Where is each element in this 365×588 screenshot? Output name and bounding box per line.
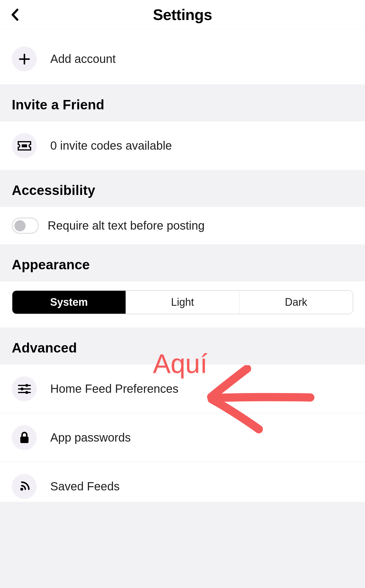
svg-point-6 <box>25 391 28 394</box>
accessibility-section-header: Accessibility <box>0 170 365 207</box>
theme-segmented-control: System Light Dark <box>12 290 353 314</box>
plus-icon <box>12 46 37 71</box>
svg-rect-7 <box>20 437 29 443</box>
invite-codes-row[interactable]: 0 invite codes available <box>0 121 365 170</box>
alt-text-toggle[interactable] <box>12 218 39 234</box>
sliders-icon <box>12 376 37 401</box>
home-feed-preferences-label: Home Feed Preferences <box>50 382 179 395</box>
back-button[interactable] <box>9 8 22 21</box>
svg-rect-0 <box>22 144 27 147</box>
appearance-section-header: Appearance <box>0 244 365 281</box>
saved-feeds-row[interactable]: Saved Feeds <box>0 462 365 502</box>
ticket-icon <box>12 133 37 158</box>
chevron-left-icon <box>11 8 20 21</box>
home-feed-preferences-row[interactable]: Home Feed Preferences <box>0 365 365 413</box>
toggle-knob <box>14 220 26 231</box>
svg-point-4 <box>25 384 28 387</box>
saved-feeds-label: Saved Feeds <box>50 480 120 493</box>
add-account-row[interactable]: Add account <box>0 34 365 84</box>
svg-point-8 <box>20 488 23 491</box>
app-passwords-label: App passwords <box>50 431 131 444</box>
lock-icon <box>12 425 37 450</box>
invite-codes-label: 0 invite codes available <box>50 139 172 152</box>
page-title: Settings <box>0 6 365 24</box>
previous-section-edge <box>0 29 365 34</box>
header-bar: Settings <box>0 0 365 29</box>
svg-point-5 <box>21 387 24 390</box>
add-account-label: Add account <box>50 52 116 66</box>
alt-text-label: Require alt text before posting <box>48 219 205 232</box>
theme-option-system[interactable]: System <box>12 291 126 314</box>
satellite-icon <box>12 474 37 499</box>
app-passwords-row[interactable]: App passwords <box>0 413 365 462</box>
invite-section-header: Invite a Friend <box>0 84 365 121</box>
advanced-section-header: Advanced <box>0 328 365 365</box>
theme-option-light[interactable]: Light <box>126 291 239 314</box>
alt-text-toggle-row: Require alt text before posting <box>0 207 365 244</box>
theme-option-dark[interactable]: Dark <box>239 291 353 314</box>
